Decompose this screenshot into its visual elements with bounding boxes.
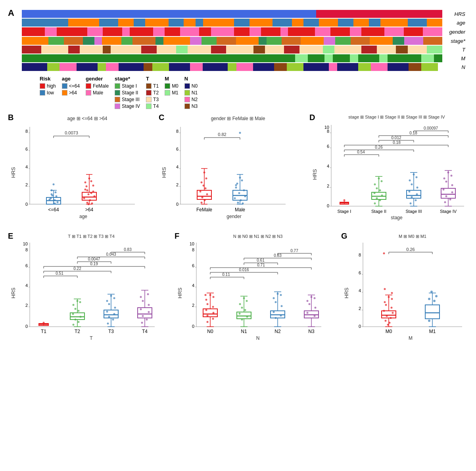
panel-a-label: A (8, 8, 14, 18)
svg-point-99 (243, 190, 245, 191)
M-label: M (461, 56, 465, 61)
svg-point-262 (110, 295, 112, 297)
svg-point-334 (212, 318, 214, 320)
legend-risk-low: low (40, 90, 56, 96)
svg-point-43 (83, 197, 85, 199)
svg-text:0.54: 0.54 (357, 150, 365, 154)
svg-text:0.22: 0.22 (73, 266, 81, 271)
svg-text:0.00097: 0.00097 (424, 126, 438, 130)
legend-age-title: age (62, 76, 80, 82)
svg-text:0: 0 (192, 324, 194, 329)
svg-point-83 (205, 188, 207, 190)
panel-a: A HRS (8, 8, 468, 109)
svg-text:10: 10 (190, 241, 194, 246)
svg-text:0.82: 0.82 (218, 132, 226, 137)
svg-point-332 (213, 312, 215, 314)
svg-point-102 (234, 197, 236, 199)
legend-M-title: M (165, 76, 178, 82)
svg-text:Stage II: Stage II (371, 209, 386, 214)
panel-f: F N ⊞ N0 ⊞ N1 ⊞ N2 ⊞ N3 HRS 0 2 4 6 8 10 (175, 232, 325, 348)
svg-point-276 (146, 319, 148, 321)
svg-point-150 (374, 203, 376, 205)
svg-text:0: 0 (176, 202, 178, 207)
svg-point-435 (385, 320, 387, 322)
svg-point-237 (73, 304, 75, 306)
panel-e: E T ⊞ T1 ⊞ T2 ⊞ T3 ⊞ T4 HRS 0 2 4 6 8 10 (8, 232, 159, 348)
svg-point-183 (447, 172, 449, 174)
legend-stage-III: Stage III (115, 97, 140, 102)
svg-point-438 (388, 296, 390, 298)
svg-rect-325 (203, 309, 217, 317)
svg-point-255 (108, 303, 110, 305)
svg-point-178 (443, 189, 445, 191)
svg-text:FeMale: FeMale (196, 207, 212, 213)
svg-point-40 (92, 191, 94, 193)
svg-point-244 (78, 321, 80, 323)
svg-point-364 (275, 317, 277, 319)
legend-age: age <=64 >64 (62, 76, 80, 96)
svg-point-439 (383, 253, 385, 255)
svg-rect-251 (104, 310, 118, 318)
svg-text:4: 4 (25, 165, 28, 169)
svg-text:0.83: 0.83 (124, 247, 132, 252)
svg-text:0: 0 (327, 203, 329, 208)
legend-risk-high-color (40, 83, 45, 89)
svg-point-101 (244, 195, 246, 197)
svg-point-84 (200, 191, 202, 193)
panel-g: G M ⊞ M0 ⊞ M1 HRS 0 2 4 6 8 (341, 232, 468, 348)
svg-point-275 (142, 315, 144, 317)
legend-stage-IV: Stage IV (115, 103, 140, 109)
svg-text:M: M (409, 335, 413, 341)
legend-T3-label: T3 (153, 97, 159, 102)
svg-point-89 (203, 172, 205, 174)
svg-text:age ⊞ <=64 ⊞ >64: age ⊞ <=64 ⊞ >64 (67, 116, 107, 121)
legend-gender-male-label: Male (93, 90, 103, 96)
svg-point-158 (409, 180, 411, 182)
legend-N-title: N (184, 76, 198, 82)
panel-e-label: E (8, 232, 13, 241)
svg-point-344 (239, 303, 241, 305)
legend-risk-low-color (40, 90, 45, 96)
svg-point-52 (88, 203, 90, 205)
heatmap-row-stage: stage* (22, 37, 442, 45)
legend-risk-title: Risk (40, 76, 56, 82)
svg-point-134 (344, 201, 345, 203)
svg-text:6: 6 (25, 147, 28, 151)
svg-text:N1: N1 (241, 329, 247, 334)
svg-point-345 (246, 300, 248, 302)
svg-point-177 (451, 184, 453, 186)
svg-point-427 (384, 301, 386, 303)
svg-text:N ⊞ N0 ⊞ N1 ⊞ N2 ⊞ N3: N ⊞ N0 ⊞ N1 ⊞ N2 ⊞ N3 (233, 234, 283, 239)
svg-text:N0: N0 (207, 329, 213, 334)
svg-point-42 (94, 195, 96, 197)
svg-point-431 (383, 310, 385, 312)
legend-M1-label: M1 (172, 90, 178, 96)
svg-point-146 (374, 192, 376, 194)
svg-rect-267 (138, 308, 152, 318)
svg-point-274 (148, 311, 150, 313)
svg-point-45 (86, 202, 88, 204)
svg-text:HRS: HRS (161, 167, 167, 178)
heatmap-row-hrs: HRS (22, 10, 442, 18)
svg-point-359 (280, 294, 282, 296)
svg-point-243 (75, 319, 77, 321)
panel-b: B age ⊞ <=64 ⊞ >64 HRS 0 2 4 6 8 (8, 113, 151, 226)
legend-N3-label: N3 (192, 103, 198, 109)
legend-N1-label: N1 (192, 90, 198, 96)
svg-point-329 (207, 303, 209, 305)
svg-point-166 (410, 203, 412, 205)
svg-point-372 (307, 300, 309, 302)
svg-text:8: 8 (25, 247, 28, 252)
legend-gender-female-label: FeMale (93, 83, 109, 89)
svg-text:6: 6 (327, 144, 329, 149)
svg-point-258 (113, 313, 115, 315)
svg-point-108 (239, 132, 241, 134)
svg-point-452 (428, 320, 430, 322)
svg-point-144 (376, 188, 378, 190)
svg-text:HRS: HRS (10, 167, 16, 178)
gender-label: gender (449, 29, 465, 35)
svg-text:0.77: 0.77 (290, 249, 298, 253)
svg-point-46 (91, 203, 93, 205)
svg-point-37 (86, 186, 88, 188)
svg-point-450 (430, 291, 433, 293)
